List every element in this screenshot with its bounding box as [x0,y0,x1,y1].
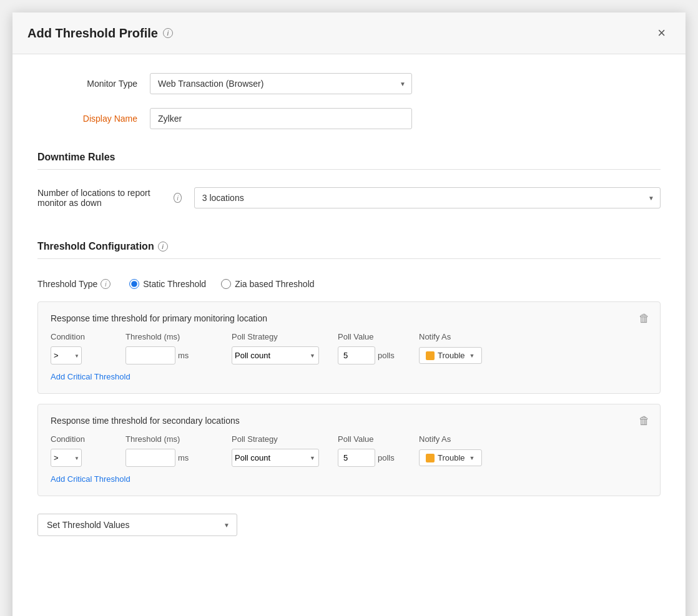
threshold-config-header: Threshold Configuration i [37,232,661,259]
title-info-icon[interactable]: i [163,28,173,38]
primary-delete-icon[interactable]: 🗑 [639,312,650,325]
threshold-type-label: Threshold Type i [37,279,111,289]
monitor-type-label: Monitor Type [37,79,150,89]
secondary-condition-input-group: > >= < <= = [51,449,125,467]
primary-poll-value-group: polls [338,346,419,364]
display-name-label: Display Name [37,114,150,124]
primary-condition-select[interactable]: > >= < <= = [51,346,82,364]
secondary-poll-value-input[interactable] [338,449,375,467]
primary-ms-label: ms [178,351,189,360]
primary-poll-strategy-wrapper: Poll count Poll percentage [232,346,319,364]
secondary-delete-icon[interactable]: 🗑 [639,414,650,428]
threshold-config-section: Threshold Configuration i Threshold Type… [37,232,661,496]
primary-poll-value-header: Poll Value [338,332,419,341]
primary-notify-header: Notify As [419,332,513,341]
secondary-threshold-input-group: ms [125,449,232,467]
modal-title: Add Threshold Profile i [27,26,173,41]
static-threshold-label: Static Threshold [143,279,206,289]
primary-poll-strategy-header: Poll Strategy [232,332,338,341]
secondary-notify-header: Notify As [419,434,513,444]
downtime-info-icon[interactable]: i [174,193,181,203]
threshold-type-info-icon[interactable]: i [101,279,111,289]
secondary-poll-strategy-header: Poll Strategy [232,434,338,444]
secondary-condition-header: Condition [51,434,125,444]
primary-notify-group: Trouble ▼ [419,347,513,364]
primary-threshold-card: Response time threshold for primary moni… [37,301,661,394]
secondary-cond-select-wrapper: > >= < <= = [51,449,82,467]
downtime-rules-section: Downtime Rules Number of locations to re… [37,143,661,215]
downtime-rules-header: Downtime Rules [37,143,661,170]
locations-select-wrapper: 1 location 2 locations 3 locations 4 loc… [194,187,661,208]
secondary-notify-group: Trouble ▼ [419,449,513,466]
secondary-poll-strategy-select[interactable]: Poll count Poll percentage [232,449,319,467]
secondary-ms-label: ms [178,453,189,462]
static-threshold-radio[interactable] [129,279,139,289]
primary-poll-value-input[interactable] [338,346,375,364]
secondary-add-critical-threshold-link[interactable]: Add Critical Threshold [51,474,130,484]
downtime-rules-title: Downtime Rules [37,152,115,163]
monitor-type-control: Web Transaction (Browser) Web DNS FTP [150,73,412,94]
threshold-config-info-icon[interactable]: i [158,242,168,252]
zia-threshold-label: Zia based Threshold [235,279,314,289]
primary-condition-header: Condition [51,332,125,341]
threshold-config-title: Threshold Configuration [37,241,154,252]
primary-notify-button[interactable]: Trouble ▼ [419,347,482,364]
modal-container: Add Threshold Profile i × Monitor Type W… [12,12,686,616]
secondary-notify-label: Trouble [438,453,465,462]
close-button[interactable]: × [652,24,671,42]
primary-cond-select-wrapper: > >= < <= = [51,346,82,364]
secondary-col-headers: Condition Threshold (ms) Poll Strategy P… [51,434,647,444]
monitor-type-select-wrapper: Web Transaction (Browser) Web DNS FTP [150,73,412,94]
set-threshold-row: Set Threshold Values Option 1 Option 2 [37,514,661,536]
secondary-condition-select[interactable]: > >= < <= = [51,449,82,467]
static-threshold-option[interactable]: Static Threshold [129,279,206,289]
set-threshold-select[interactable]: Set Threshold Values Option 1 Option 2 [37,514,237,536]
zia-threshold-option[interactable]: Zia based Threshold [221,279,314,289]
display-name-input[interactable] [150,108,412,129]
secondary-threshold-card: Response time threshold for secondary lo… [37,404,661,496]
primary-poll-strategy-group: Poll count Poll percentage [232,346,338,364]
secondary-polls-label: polls [378,453,395,462]
downtime-locations-label: Number of locations to report monitor as… [37,188,182,208]
display-name-control [150,108,412,129]
secondary-card-title: Response time threshold for secondary lo… [51,416,647,426]
primary-notify-label: Trouble [438,351,465,360]
primary-threshold-input-group: ms [125,346,232,364]
set-threshold-select-wrapper: Set Threshold Values Option 1 Option 2 [37,514,237,536]
primary-notify-arrow-icon: ▼ [469,353,475,359]
modal-header: Add Threshold Profile i × [12,12,686,54]
secondary-poll-strategy-group: Poll count Poll percentage [232,449,338,467]
primary-condition-input-group: > >= < <= = [51,346,125,364]
downtime-locations-row: Number of locations to report monitor as… [37,181,661,215]
secondary-threshold-ms-input[interactable] [125,449,175,467]
secondary-notify-color-box [426,454,435,462]
secondary-poll-value-header: Poll Value [338,434,419,444]
secondary-notify-button[interactable]: Trouble ▼ [419,449,482,466]
primary-polls-label: polls [378,351,395,360]
secondary-notify-arrow-icon: ▼ [469,455,475,461]
display-name-row: Display Name [37,108,661,129]
monitor-type-row: Monitor Type Web Transaction (Browser) W… [37,73,661,94]
locations-select[interactable]: 1 location 2 locations 3 locations 4 loc… [194,187,661,208]
primary-threshold-ms-input[interactable] [125,346,175,364]
primary-threshold-header: Threshold (ms) [125,332,232,341]
secondary-poll-strategy-wrapper: Poll count Poll percentage [232,449,319,467]
primary-row-inputs: > >= < <= = ms [51,346,647,364]
secondary-row-inputs: > >= < <= = ms [51,449,647,467]
threshold-type-radio-group: Static Threshold Zia based Threshold [129,279,314,289]
threshold-type-row: Threshold Type i Static Threshold Zia ba… [37,270,661,301]
primary-card-title: Response time threshold for primary moni… [51,313,647,323]
monitor-type-select[interactable]: Web Transaction (Browser) Web DNS FTP [150,73,412,94]
title-text: Add Threshold Profile [27,26,158,41]
primary-add-critical-threshold-link[interactable]: Add Critical Threshold [51,372,130,381]
primary-col-headers: Condition Threshold (ms) Poll Strategy P… [51,332,647,341]
modal-body: Monitor Type Web Transaction (Browser) W… [12,54,686,616]
primary-notify-color-box [426,351,435,360]
zia-threshold-radio[interactable] [221,279,231,289]
secondary-threshold-header: Threshold (ms) [125,434,232,444]
secondary-poll-value-group: polls [338,449,419,467]
primary-poll-strategy-select[interactable]: Poll count Poll percentage [232,346,319,364]
